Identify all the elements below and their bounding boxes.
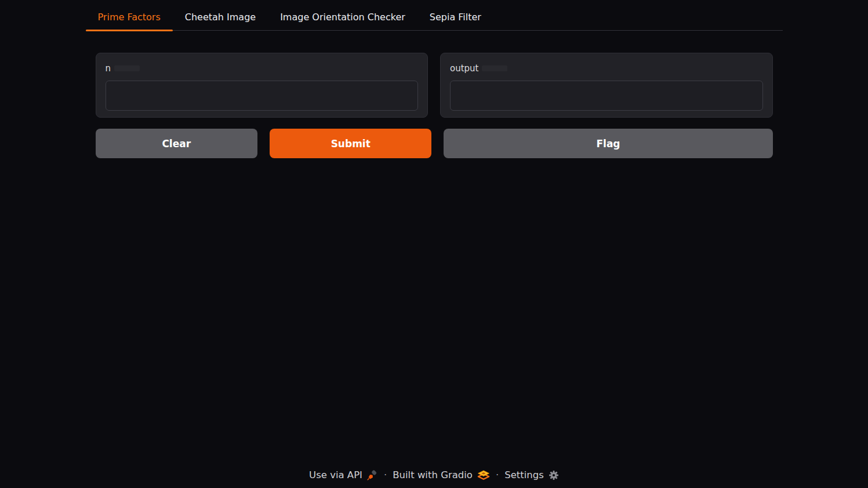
main-area: Prime Factors Cheetah Image Image Orient… xyxy=(0,0,868,469)
built-with-gradio-link[interactable]: Built with Gradio xyxy=(393,469,490,480)
clear-button[interactable]: Clear xyxy=(96,129,257,158)
tab-bar: Prime Factors Cheetah Image Image Orient… xyxy=(86,5,783,31)
settings-link[interactable]: Settings xyxy=(504,469,559,480)
tab-cheetah-image[interactable]: Cheetah Image xyxy=(173,5,268,30)
action-buttons-row: Clear Submit Flag xyxy=(86,129,783,158)
built-with-gradio-label: Built with Gradio xyxy=(393,469,473,480)
input-label: n xyxy=(106,63,111,74)
io-panels-row: n output xyxy=(86,53,783,118)
gradio-logo xyxy=(477,469,490,480)
gradio-footer: Use via API · Built with Gradio · Settin… xyxy=(0,469,868,488)
output-textbox[interactable] xyxy=(450,81,763,111)
settings-label: Settings xyxy=(504,469,544,480)
input-panel: n xyxy=(96,53,428,118)
footer-separator: · xyxy=(384,469,387,480)
tab-prime-factors[interactable]: Prime Factors xyxy=(86,5,173,30)
use-via-api-label: Use via API xyxy=(309,469,362,480)
flag-button[interactable]: Flag xyxy=(444,129,772,158)
submit-button[interactable]: Submit xyxy=(270,129,431,158)
tab-sepia-filter[interactable]: Sepia Filter xyxy=(417,5,493,30)
n-input[interactable] xyxy=(106,81,419,111)
label-ghost xyxy=(482,65,507,71)
tab-image-orientation-checker[interactable]: Image Orientation Checker xyxy=(268,5,417,30)
use-via-api-link[interactable]: Use via API xyxy=(309,469,378,480)
footer-separator: · xyxy=(496,469,499,480)
output-panel: output xyxy=(440,53,773,118)
rocket-plug-icon xyxy=(367,469,378,480)
gear-icon xyxy=(549,470,559,480)
label-ghost xyxy=(114,65,140,71)
output-label: output xyxy=(450,63,478,74)
